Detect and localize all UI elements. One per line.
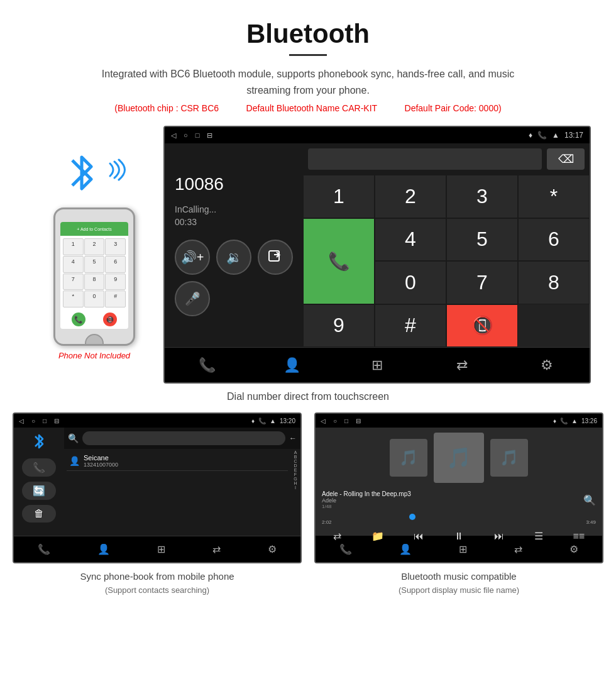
music-search-icon[interactable]: 🔍 (583, 494, 596, 506)
bottom-screenshots: ◁ ○ □ ⊟ ♦ 📞 ▲ 13:20 (0, 412, 616, 609)
phone-home-button[interactable] (85, 334, 104, 346)
pb-nav-transfer[interactable]: ⇄ (212, 543, 221, 555)
phone-key-star[interactable]: * (63, 290, 84, 307)
pb-alpha-f[interactable]: F (294, 472, 297, 477)
pb-back: ◁ (19, 418, 24, 424)
pb-nav-dialpad[interactable]: ⊞ (157, 543, 165, 555)
pb-contact-item[interactable]: 👤 Seicane 13241007000 (67, 451, 288, 471)
music-location: ♦ (553, 418, 556, 424)
car-right-panel: ⌫ 1 2 3 * 📞 4 5 6 0 7 8 (303, 143, 590, 347)
phone-screen: + Add to Contacts 1 2 3 4 5 6 7 8 9 (60, 222, 128, 329)
dial-key-0[interactable]: 0 (375, 261, 446, 304)
dial-key-2[interactable]: 2 (375, 175, 446, 218)
phone-end-button[interactable]: 📵 (103, 313, 117, 326)
nav-dialpad-icon[interactable]: ⊞ (361, 350, 393, 381)
pb-search-input[interactable] (82, 431, 285, 445)
phone-key-3[interactable]: 3 (105, 238, 126, 255)
shuffle-button[interactable]: ⇄ (333, 530, 341, 542)
pb-alpha-h[interactable]: H (294, 481, 297, 485)
page-specs: (Bluetooth chip : CSR BC6 Default Blueto… (13, 103, 603, 113)
nav-transfer-icon[interactable]: ⇄ (446, 350, 478, 381)
pb-phone-button[interactable]: 📞 (22, 458, 56, 477)
music-nav-settings[interactable]: ⚙ (569, 543, 578, 555)
phone-key-8[interactable]: 8 (84, 274, 105, 290)
pb-recents: □ (43, 418, 47, 424)
phone-key-4[interactable]: 4 (63, 256, 84, 273)
phone-key-6[interactable]: 6 (105, 256, 126, 273)
music-call: 📞 (560, 418, 568, 424)
phone-image: + Add to Contacts 1 2 3 4 5 6 7 8 9 (53, 207, 135, 346)
volume-up-button[interactable]: 🔊+ (175, 240, 210, 275)
pb-alpha-a[interactable]: A (294, 450, 297, 455)
play-pause-button[interactable]: ⏸ (454, 531, 464, 542)
music-nav-transfer[interactable]: ⇄ (514, 543, 522, 555)
dial-key-9[interactable]: 9 (303, 304, 375, 348)
dial-key-1[interactable]: 1 (303, 175, 375, 218)
list-button[interactable]: ☰ (534, 530, 543, 542)
volume-down-button[interactable]: 🔉 (216, 240, 251, 275)
backspace-button[interactable]: ⌫ (547, 148, 585, 170)
transfer-icon (268, 250, 283, 265)
music-nav-dialpad[interactable]: ⊞ (459, 543, 467, 555)
phone-key-7[interactable]: 7 (63, 274, 84, 290)
music-nav-call[interactable]: 📞 (339, 543, 352, 555)
dial-key-7[interactable]: 7 (446, 261, 518, 304)
car-screen-body: 10086 InCalling... 00:33 🔊+ 🔉 🎤 (165, 143, 590, 347)
nav-settings-icon[interactable]: ⚙ (531, 350, 563, 381)
pb-alpha-b[interactable]: B (294, 455, 297, 459)
next-button[interactable]: ⏭ (494, 531, 504, 542)
phone-key-0[interactable]: 0 (84, 290, 105, 307)
phone-key-2[interactable]: 2 (84, 238, 105, 255)
music-count: 1/48 (322, 504, 411, 509)
pb-call-icon: 📞 (258, 418, 266, 424)
nav-call-icon[interactable]: 📞 (192, 350, 223, 381)
dial-key-6[interactable]: 6 (518, 218, 590, 262)
folder-button[interactable]: 📁 (371, 530, 384, 542)
phone-key-hash[interactable]: # (105, 290, 126, 307)
dial-key-4[interactable]: 4 (375, 218, 446, 262)
pb-nav-settings[interactable]: ⚙ (268, 543, 277, 555)
pb-alpha-i[interactable]: I (295, 485, 296, 490)
pb-sync-button[interactable]: 🔄 (22, 482, 56, 500)
pb-alpha-g[interactable]: G (294, 477, 297, 481)
music-nav-contacts[interactable]: 👤 (399, 543, 412, 555)
nav-contacts-icon[interactable]: 👤 (277, 350, 308, 381)
equalizer-button[interactable]: ≡≡ (573, 531, 585, 542)
dial-key-8[interactable]: 8 (518, 261, 590, 304)
dial-key-hash[interactable]: # (375, 304, 446, 348)
pb-delete-button[interactable]: 🗑 (22, 505, 56, 523)
bt-waves (107, 157, 126, 185)
dial-key-3[interactable]: 3 (446, 175, 518, 218)
call-accept-button[interactable]: 📞 (303, 218, 375, 304)
pb-search-icon: 🔍 (68, 433, 79, 443)
call-end-button[interactable]: 📵 (446, 304, 518, 348)
pb-alpha-e[interactable]: E (294, 468, 297, 472)
page-title: Bluetooth (13, 19, 603, 49)
pb-alpha-d[interactable]: D (294, 463, 297, 468)
mic-button[interactable]: 🎤 (175, 281, 210, 316)
album-art-right: 🎵 (490, 439, 528, 477)
pb-nav-contacts[interactable]: 👤 (97, 543, 110, 555)
dialpad-input[interactable] (308, 148, 542, 170)
phone-call-button[interactable]: 📞 (72, 313, 85, 326)
pb-alpha-c[interactable]: C (294, 459, 297, 463)
dialpad-input-row: ⌫ (303, 143, 590, 175)
prev-button[interactable]: ⏮ (414, 531, 424, 542)
phonebook-screen: ◁ ○ □ ⊟ ♦ 📞 ▲ 13:20 (13, 412, 302, 563)
pb-nav-call[interactable]: 📞 (38, 543, 50, 555)
call-number-display: 10086 (175, 174, 224, 194)
phone-key-5[interactable]: 5 (84, 256, 105, 273)
dial-key-5[interactable]: 5 (446, 218, 518, 262)
dial-key-star[interactable]: * (518, 175, 590, 218)
transfer-button[interactable] (258, 240, 293, 275)
pb-home: ○ (31, 418, 35, 424)
page-container: Bluetooth Integrated with BC6 Bluetooth … (0, 0, 616, 609)
music-artist: Adele (322, 497, 411, 504)
pb-bluetooth-icon[interactable] (31, 433, 47, 453)
music-status-bar: ◁ ○ □ ⊟ ♦ 📞 ▲ 13:26 (316, 414, 602, 428)
car-left-panel: 10086 InCalling... 00:33 🔊+ 🔉 🎤 (165, 143, 303, 347)
phone-key-9[interactable]: 9 (105, 274, 126, 290)
bt-waves-icon (107, 157, 126, 182)
phone-key-1[interactable]: 1 (63, 238, 84, 255)
phone-action-btns: 📞 📵 (60, 310, 128, 329)
